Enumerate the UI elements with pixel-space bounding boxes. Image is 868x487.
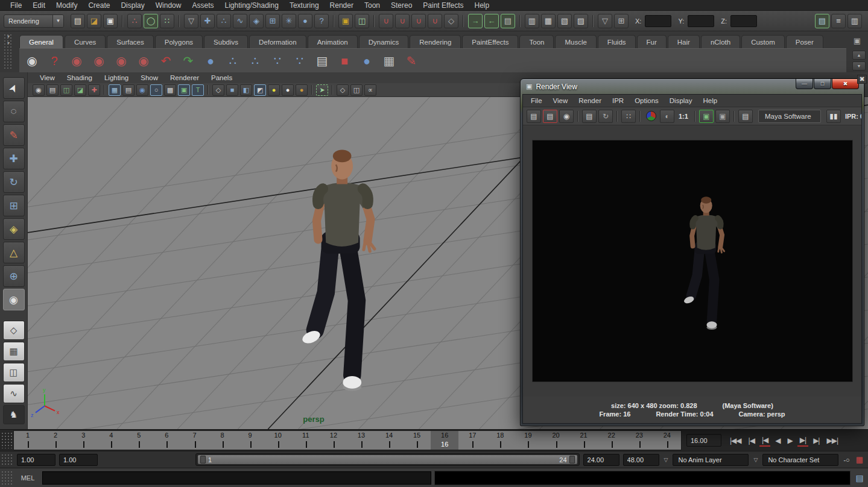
universal-manipulator-tool[interactable]: ◈ <box>3 218 25 240</box>
timeline-frame[interactable]: 10 10 <box>264 431 292 450</box>
shelf-tab[interactable]: Polygons <box>155 35 203 48</box>
grid-toggle-icon[interactable]: ▦ <box>109 84 121 96</box>
timeline-frame[interactable]: 1 1 <box>14 431 42 450</box>
instance-object-icon[interactable]: ● <box>358 52 376 70</box>
toolbar-icon[interactable] <box>373 15 375 27</box>
redo-icon[interactable]: ↷ <box>179 52 197 70</box>
remove-image-button[interactable]: ▣ <box>715 110 730 123</box>
step-forward-frame-button[interactable]: ▶| <box>811 435 822 446</box>
render-image-view[interactable] <box>523 125 861 397</box>
range-start-handle[interactable] <box>200 456 206 463</box>
redo-previous-render-button[interactable]: ▤ <box>543 110 557 123</box>
menu-item[interactable]: Assets <box>186 0 219 11</box>
toolbar-icon[interactable] <box>179 15 180 27</box>
absolute-transform-icon[interactable]: ⊞ <box>614 14 629 28</box>
menu-item[interactable]: Modify <box>51 0 83 11</box>
go-to-start-button[interactable]: |◀◀ <box>727 435 744 446</box>
shelf-tab[interactable]: Surfaces <box>107 35 153 48</box>
graph-upstream-icon[interactable]: ∴ <box>224 52 242 70</box>
graph-downstream-icon[interactable]: ∵ <box>268 52 287 70</box>
menu-item[interactable]: Paint Effects <box>417 0 469 11</box>
camera-track-icon[interactable]: ◉ <box>90 52 108 70</box>
ipr-render-icon[interactable]: ▧ <box>557 14 572 28</box>
timeline-frame[interactable]: 22 22 <box>598 431 626 450</box>
mask-handles-icon[interactable]: ✚ <box>200 14 215 28</box>
lock-selection-icon[interactable]: ▣ <box>338 14 353 28</box>
all-lights-icon[interactable]: ● <box>296 84 308 96</box>
output-connections-icon[interactable]: ← <box>484 14 499 28</box>
render-view-menu-item[interactable]: View <box>548 97 574 104</box>
render-button[interactable]: ▤ <box>527 110 541 123</box>
rgb-channels-button[interactable] <box>646 111 656 121</box>
safe-action-icon[interactable]: ▣ <box>178 84 190 96</box>
timeline-frame[interactable]: 7 7 <box>180 431 208 450</box>
mel-label[interactable]: MEL <box>16 474 39 482</box>
open-render-view-icon[interactable]: ▥ <box>525 14 539 28</box>
attribute-editor-toggle[interactable]: ▤ <box>815 14 829 28</box>
timeline-frame[interactable]: 19 19 <box>514 431 542 450</box>
default-light-icon[interactable]: ● <box>282 84 294 96</box>
move-tool[interactable]: ✚ <box>3 148 25 169</box>
shelf-tab[interactable]: General <box>19 35 63 48</box>
pause-ipr-button[interactable]: ▮▮ <box>826 110 841 123</box>
timeline-frame[interactable]: 6 6 <box>153 431 180 450</box>
smooth-shade-icon[interactable]: ■ <box>226 84 238 96</box>
render-view-menu-item[interactable]: IPR <box>607 97 629 104</box>
character-set-field[interactable]: No Character Set <box>762 454 838 466</box>
panel-icon[interactable] <box>332 85 333 95</box>
save-scene-icon[interactable]: ▣ <box>103 14 118 28</box>
timeline-frame[interactable]: 23 23 <box>626 431 653 450</box>
shelf-tab[interactable]: Deformation <box>249 35 306 48</box>
range-slider[interactable]: 1 24 <box>195 453 580 466</box>
panel-icon[interactable] <box>207 85 209 95</box>
paint-brush-icon[interactable]: ✎ <box>402 52 420 70</box>
selection-mask-dropdown[interactable]: ▽ <box>184 14 198 28</box>
toolbar-icon[interactable] <box>592 15 594 27</box>
new-scene-icon[interactable]: ▤ <box>71 14 85 28</box>
toolbar-icon[interactable] <box>463 15 464 27</box>
minimize-button[interactable]: — <box>796 79 813 89</box>
timeline-frame[interactable]: 14 14 <box>375 431 403 450</box>
region-render-button[interactable]: ∷ <box>621 110 636 123</box>
shelf-tab[interactable]: Toon <box>519 35 554 48</box>
playback-start-field[interactable] <box>59 454 98 466</box>
auto-keyframe-icon[interactable]: ▦ <box>855 455 864 464</box>
timeline-frame[interactable]: 20 20 <box>542 431 569 450</box>
safe-title-icon[interactable]: T <box>192 84 204 96</box>
panel-menu-item[interactable]: Show <box>135 74 164 81</box>
snap-to-curves-icon[interactable]: ∪ <box>395 14 410 28</box>
graph-persp-layout[interactable]: ∿ <box>3 384 25 403</box>
menu-item[interactable]: Edit <box>27 0 51 11</box>
snap-to-points-icon[interactable]: ∪ <box>411 14 426 28</box>
step-forward-key-button[interactable]: ▶| <box>797 435 808 447</box>
timeline-frame[interactable]: 17 17 <box>458 431 486 450</box>
bookmarks-icon[interactable]: ◫ <box>60 84 72 96</box>
snap-to-projected-center-icon[interactable]: ∪ <box>428 14 442 28</box>
y-coordinate-input[interactable] <box>688 15 714 27</box>
timeline-frame[interactable]: 18 18 <box>486 431 514 450</box>
pane-close-icon[interactable]: ✖ <box>857 75 867 84</box>
menu-item[interactable]: Toon <box>359 0 385 11</box>
render-view-toolbar-icon[interactable] <box>577 111 578 122</box>
render-view-menu-item[interactable]: Options <box>629 97 664 104</box>
mask-misc-icon[interactable]: ? <box>314 14 329 28</box>
refresh-render-button[interactable]: ↻ <box>598 110 613 123</box>
editor-window-icon[interactable]: ▤ <box>313 52 331 70</box>
x-coordinate-input[interactable] <box>645 15 671 27</box>
render-view-menu-item[interactable]: Help <box>698 97 723 104</box>
select-highlight-icon[interactable]: ➤ <box>316 84 328 96</box>
step-back-frame-button[interactable]: |◀ <box>746 435 757 446</box>
undo-icon[interactable]: ↶ <box>157 52 175 70</box>
four-pane-layout[interactable]: ▦ <box>3 342 25 361</box>
select-hierarchy-icon[interactable]: ∴ <box>127 14 142 28</box>
textured-icon[interactable]: ◧ <box>240 84 252 96</box>
playback-end-field[interactable] <box>583 454 619 466</box>
mel-command-input[interactable] <box>42 471 431 485</box>
animation-start-field[interactable] <box>17 454 55 466</box>
shelf-tab[interactable]: PaintEffects <box>462 35 518 48</box>
alpha-channel-button[interactable]: ◐ <box>660 110 674 123</box>
mask-surfaces-icon[interactable]: ◈ <box>249 14 264 28</box>
snapshot-button[interactable]: ◉ <box>559 110 574 123</box>
shelf-menu-arrows[interactable]: ▾ ▾ <box>4 34 13 69</box>
timeline-frame[interactable]: 21 21 <box>570 431 598 450</box>
